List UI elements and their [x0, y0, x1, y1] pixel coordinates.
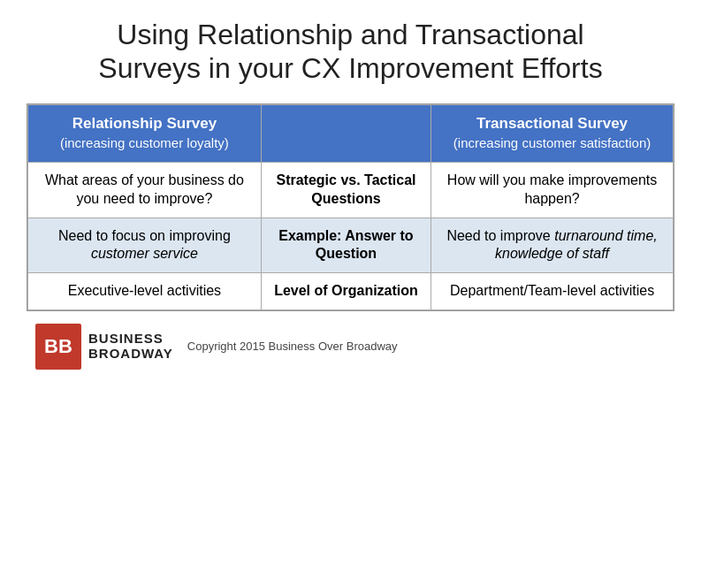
- page-title: Using Relationship and Transactional Sur…: [98, 18, 602, 86]
- row2-col1: Need to focus on improving customer serv…: [28, 218, 262, 273]
- copyright-text: Copyright 2015 Business Over Broadway: [187, 340, 398, 353]
- row2-col2: Example: Answer to Question: [261, 218, 431, 273]
- comparison-table: Relationship Survey (increasing customer…: [27, 103, 674, 311]
- table-row: Executive-level activities Level of Orga…: [28, 273, 674, 310]
- table-header-row: Relationship Survey (increasing customer…: [28, 104, 674, 162]
- header-relationship: Relationship Survey (increasing customer…: [28, 104, 262, 162]
- logo: BB BUSINESS BROADWAY: [35, 324, 173, 370]
- logo-initials: BB: [35, 324, 81, 370]
- logo-text: BUSINESS BROADWAY: [88, 332, 173, 361]
- row2-col3: Need to improve turnaround time, knowled…: [431, 218, 674, 273]
- row3-col2: Level of Organization: [261, 273, 431, 310]
- row3-col3: Department/Team-level activities: [431, 273, 674, 310]
- header-middle: [261, 104, 431, 162]
- table-row: What areas of your business do you need …: [28, 162, 674, 218]
- header-transactional: Transactional Survey (increasing custome…: [431, 104, 674, 162]
- row1-col2: Strategic vs. Tactical Questions: [261, 162, 431, 218]
- table-row: Need to focus on improving customer serv…: [28, 218, 674, 273]
- row1-col3: How will you make improvements happen?: [431, 162, 674, 218]
- row1-col1: What areas of your business do you need …: [28, 162, 262, 218]
- footer: BB BUSINESS BROADWAY Copyright 2015 Busi…: [27, 324, 674, 370]
- row3-col1: Executive-level activities: [28, 273, 262, 310]
